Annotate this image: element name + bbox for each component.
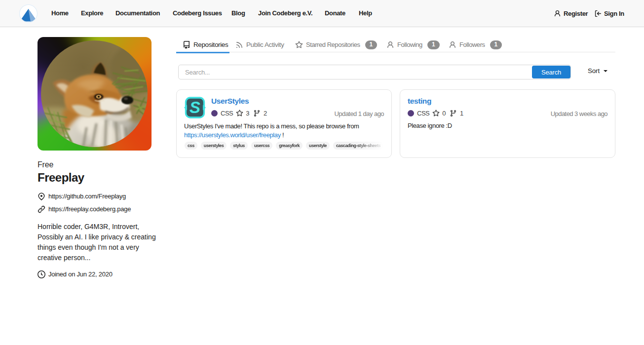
svg-text:S: S bbox=[189, 98, 200, 116]
